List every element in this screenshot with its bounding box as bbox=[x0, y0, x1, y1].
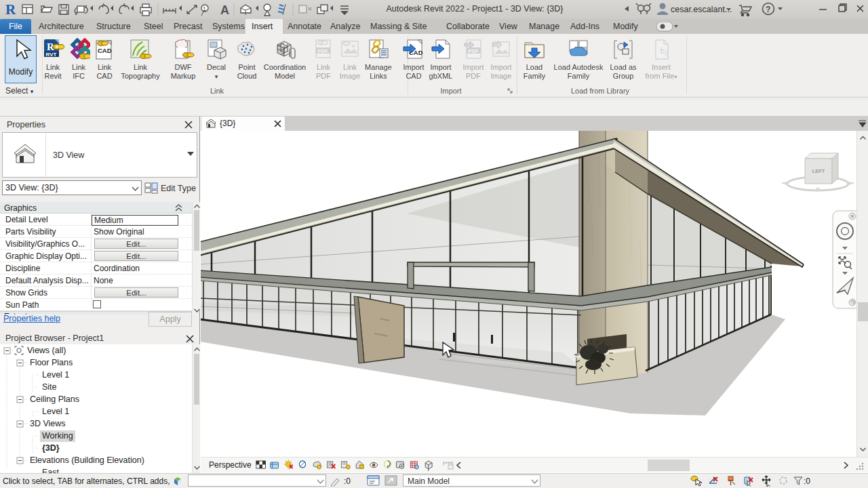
svg-text:PDF: PDF bbox=[469, 48, 479, 54]
svg-text:PDF: PDF bbox=[318, 48, 328, 54]
svg-text:R: R bbox=[5, 1, 16, 18]
svg-text:LEFT: LEFT bbox=[812, 168, 825, 174]
svg-text:cesar.escalant...: cesar.escalant... bbox=[671, 5, 732, 14]
svg-text:CAD: CAD bbox=[98, 47, 112, 54]
svg-text::0: :0 bbox=[804, 476, 810, 486]
svg-text:RVT: RVT bbox=[46, 52, 57, 58]
svg-text:?: ? bbox=[766, 5, 770, 14]
